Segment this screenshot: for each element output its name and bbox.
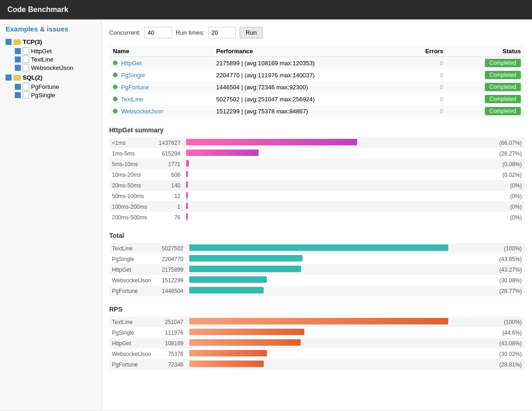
bar-row: HttpGet 108169 (43.08%) [109,338,525,349]
result-name[interactable]: HttpGet [109,57,212,69]
bar-pct: (28.81%) [492,359,525,370]
bar-pct: (30.08%) [492,275,525,286]
bar-count: 76 [151,212,183,223]
bar-fill [189,287,264,293]
bar-row: 20ms-50ms 140 (0%) [109,180,525,191]
pgfortune-doc-icon [23,83,29,90]
textline-checkbox[interactable] [15,56,21,62]
pgfortune-checkbox[interactable] [15,84,21,90]
bar-count: 111976 [154,327,186,338]
sidebar-item-httpget[interactable]: HttpGet [6,47,96,55]
bar-visual [183,137,492,148]
pgsingle-checkbox[interactable] [15,92,21,98]
bar-row: 100ms-200ms 1 (0%) [109,201,525,212]
bar-count: 108169 [154,338,186,349]
bar-label: 100ms-200ms [109,201,151,212]
sidebar-title: Examples & issues [6,25,96,33]
concurrent-label: Concurrent: [109,29,141,36]
websocketjson-label: WebsocketJson [31,64,74,71]
result-name-link[interactable]: TextLine [121,96,143,103]
bar-fill [186,149,259,156]
bar-pct: (28.77%) [492,286,525,296]
results-table: Name Performance Errors Status HttpGet 2… [109,46,525,117]
result-name-link[interactable]: PgSingle [121,72,145,79]
bar-fill [189,244,448,251]
sidebar-group-tcp-label: TCP(3) [23,38,42,45]
rps-title: RPS [109,305,525,313]
bar-count: 1771 [151,159,183,169]
bar-row: PgFortune 1446504 (28.77%) [109,286,525,296]
bar-count: 72346 [154,359,186,370]
controls-bar: Concurrent: Run times: Run [109,27,525,38]
bar-pct: (0%) [492,191,525,201]
bar-fill [186,160,189,167]
bar-label: PgFortune [109,286,154,296]
col-performance: Performance [212,46,402,57]
bar-count: 1512299 [154,275,186,286]
bar-fill [189,276,267,283]
result-name[interactable]: TextLine [109,93,212,105]
pgsingle-label: PgSingle [31,92,55,99]
bar-row: TextLine 251047 (100%) [109,317,525,327]
tcp-group-checkbox[interactable] [6,39,12,45]
bar-row: PgSingle 111976 (44.6%) [109,327,525,338]
main-content: Concurrent: Run times: Run Name Performa… [102,19,532,410]
bar-pct: (0.02%) [492,169,525,180]
sidebar-item-textline[interactable]: TextLine [6,56,96,63]
result-name-link[interactable]: HttpGet [121,60,142,67]
bar-row: TextLine 5027502 (100%) [109,243,525,254]
pgsingle-doc-icon [23,91,29,99]
bar-pct: (100%) [492,317,525,327]
sidebar-item-pgfortune[interactable]: PgFortune [6,83,96,90]
bar-label: WebsocketJson [109,275,154,286]
status-badge: Completed [485,107,521,115]
bar-visual [183,191,492,201]
bar-label: WebsocketJson [109,349,154,359]
pgfortune-label: PgFortune [31,83,59,90]
bar-count: 606 [151,169,183,180]
bar-label: PgFortune [109,359,154,370]
bar-visual [183,180,492,191]
status-dot [113,61,118,65]
bar-row: <1ms 1437827 (66.07%) [109,137,525,148]
sidebar-group-sql-header[interactable]: SQL(2) [6,74,96,81]
run-button[interactable]: Run [240,27,263,38]
result-name[interactable]: PgSingle [109,69,212,81]
result-name-link[interactable]: WebsocketJson [121,108,164,115]
bar-pct: (43.27%) [492,264,525,275]
bar-row: 1ms-5ms 615294 (28.27%) [109,148,525,159]
bar-count: 5027502 [154,243,186,254]
bar-row: WebsocketJson 1512299 (30.08%) [109,275,525,286]
sidebar-item-websocketjson[interactable]: WebsocketJson [6,64,96,71]
websocketjson-checkbox[interactable] [15,65,21,71]
result-name-link[interactable]: PgFortune [121,84,149,91]
bar-count: 12 [151,191,183,201]
result-errors: 0 [402,81,447,93]
table-row: PgFortune 1446504 | (avg:72346 max:92300… [109,81,525,93]
sidebar-item-pgsingle[interactable]: PgSingle [6,91,96,99]
result-name[interactable]: PgFortune [109,81,212,93]
concurrent-input[interactable] [144,27,172,38]
result-errors: 0 [402,105,447,117]
result-name[interactable]: WebsocketJson [109,105,212,117]
httpget-checkbox[interactable] [15,48,21,54]
run-times-input[interactable] [208,27,236,38]
sidebar-group-tcp-header[interactable]: TCP(3) [6,38,96,45]
sidebar: Examples & issues TCP(3) HttpGet TextLin… [0,19,102,410]
rps-table: TextLine 251047 (100%) PgSingle 111976 (… [109,317,525,370]
httpget-label: HttpGet [31,48,52,55]
sql-group-checkbox[interactable] [6,75,12,81]
status-badge: Completed [485,95,521,103]
result-errors: 0 [402,93,447,105]
col-status: Status [447,46,525,57]
status-badge: Completed [485,71,521,79]
bar-label: 1ms-5ms [109,148,151,159]
result-performance: 2204770 | (avg:111976 max:140037) [212,69,402,81]
sidebar-group-tcp: TCP(3) HttpGet TextLine WebsocketJson [6,38,96,71]
bar-pct: (43.08%) [492,338,525,349]
result-status: Completed [447,105,525,117]
bar-label: HttpGet [109,264,154,275]
bar-fill [189,329,305,335]
bar-fill [186,213,188,220]
result-status: Completed [447,69,525,81]
